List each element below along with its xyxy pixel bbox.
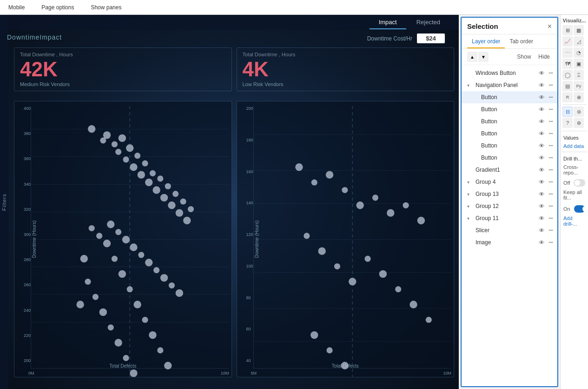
- more-options-icon[interactable]: ···: [548, 142, 554, 149]
- decomp-icon[interactable]: ⊛: [574, 118, 584, 128]
- visibility-icon[interactable]: 👁: [538, 179, 546, 186]
- visibility-icon[interactable]: 👁: [538, 106, 546, 113]
- right-scatter-plot: [253, 106, 452, 377]
- left-chart-y-labels: 400 380 360 340 320 300 280 260 240 220 …: [24, 106, 31, 363]
- more-options-icon[interactable]: ···: [548, 227, 554, 234]
- matrix-icon[interactable]: ▤: [562, 81, 573, 91]
- list-item[interactable]: ▾ Group 4 👁 ···: [462, 176, 557, 188]
- list-item[interactable]: ▾ Group 11 👁 ···: [462, 212, 557, 224]
- toolbar-mobile[interactable]: Mobile: [5, 2, 28, 13]
- table-icon[interactable]: ⊞: [562, 25, 573, 35]
- cost-input[interactable]: [417, 34, 445, 43]
- card-icon[interactable]: ▣: [574, 59, 584, 69]
- map-icon[interactable]: 🗺: [562, 59, 573, 69]
- more-options-icon[interactable]: ···: [548, 94, 554, 101]
- cross-report-toggle[interactable]: [574, 179, 585, 187]
- visibility-icon[interactable]: 👁: [538, 130, 546, 137]
- visibility-icon[interactable]: 👁: [538, 118, 546, 125]
- more-options-icon[interactable]: ···: [548, 130, 554, 137]
- line-chart-icon[interactable]: 📈: [562, 36, 573, 47]
- list-item[interactable]: ▾ Navigation Panel 👁 ···: [462, 79, 557, 91]
- selection-close-button[interactable]: ×: [548, 23, 552, 30]
- visibility-icon[interactable]: 👁: [538, 227, 546, 234]
- list-item[interactable]: Button 👁 ···: [462, 152, 557, 164]
- list-item[interactable]: Button 👁 ···: [462, 115, 557, 127]
- keep-all-toggle[interactable]: [574, 205, 585, 213]
- more-options-icon[interactable]: ···: [548, 106, 554, 113]
- more-options-icon[interactable]: ···: [548, 202, 554, 210]
- more-options-icon[interactable]: ···: [548, 239, 554, 246]
- visibility-icon[interactable]: 👁: [538, 154, 546, 161]
- tab-impact[interactable]: Impact: [370, 16, 406, 29]
- visibility-icon[interactable]: 👁: [538, 94, 546, 101]
- svg-point-34: [96, 233, 102, 239]
- hide-button[interactable]: Hide: [536, 53, 552, 61]
- svg-point-10: [138, 171, 145, 178]
- tab-rejected[interactable]: Rejected: [407, 16, 449, 29]
- svg-point-32: [169, 282, 175, 288]
- list-item[interactable]: Gradient1 👁 ···: [462, 164, 557, 176]
- qa-icon[interactable]: ?: [562, 118, 573, 128]
- list-item[interactable]: Image 👁 ···: [462, 236, 557, 248]
- filter-icon[interactable]: ⊜: [574, 107, 584, 117]
- pie-chart-icon[interactable]: ◔: [574, 47, 584, 58]
- visibility-icon[interactable]: 👁: [538, 215, 546, 222]
- visibility-icon[interactable]: 👁: [538, 191, 546, 198]
- more-options-icon[interactable]: ···: [548, 215, 554, 222]
- visibility-icon[interactable]: 👁: [538, 70, 546, 77]
- chevron-icon: ▾: [467, 83, 474, 88]
- svg-point-4: [119, 134, 126, 142]
- more-options-icon[interactable]: ···: [548, 69, 554, 77]
- add-drill-button[interactable]: Add drill-...: [561, 214, 588, 228]
- toolbar-page-options[interactable]: Page options: [38, 2, 78, 13]
- area-chart-icon[interactable]: ◿: [574, 36, 584, 47]
- kpi-left-value: 42K: [20, 59, 226, 80]
- show-button[interactable]: Show: [515, 53, 533, 61]
- right-chart-y-labels: 200 180 160 140 120 100 80 60 40: [246, 106, 253, 363]
- grid-icon[interactable]: ⊟: [562, 107, 573, 117]
- gauge-icon[interactable]: ◯: [562, 70, 573, 80]
- list-item[interactable]: Button 👁 ···: [462, 91, 557, 103]
- add-data-button[interactable]: Add data: [561, 142, 588, 150]
- list-item[interactable]: ▾ Group 12 👁 ···: [462, 200, 557, 212]
- visibility-icon[interactable]: 👁: [538, 203, 546, 210]
- move-up-button[interactable]: ▲: [467, 52, 477, 62]
- visibility-icon[interactable]: 👁: [538, 167, 546, 174]
- visibility-icon[interactable]: 👁: [538, 82, 546, 89]
- move-down-button[interactable]: ▼: [478, 52, 489, 62]
- visibility-icon[interactable]: 👁: [538, 142, 546, 149]
- list-item[interactable]: ▾ Group 13 👁 ···: [462, 188, 557, 200]
- more-options-icon[interactable]: ···: [548, 178, 554, 186]
- svg-point-40: [142, 317, 148, 323]
- more-options-icon[interactable]: ···: [548, 154, 554, 161]
- custom-icon[interactable]: ⊕: [574, 92, 584, 102]
- svg-point-11: [142, 160, 148, 166]
- cost-row: Downtime Cost/Hr: [367, 34, 445, 43]
- toolbar-show-panes[interactable]: Show panes: [87, 2, 125, 13]
- kpi-icon[interactable]: Ξ: [574, 70, 584, 80]
- bar-chart-icon[interactable]: ▦: [574, 25, 584, 35]
- python-icon[interactable]: Py: [574, 81, 584, 91]
- scatter-chart-icon[interactable]: ⋯: [562, 47, 573, 58]
- more-options-icon[interactable]: ···: [548, 190, 554, 198]
- list-item[interactable]: Button 👁 ···: [462, 103, 557, 115]
- tab-tab-order[interactable]: Tab order: [505, 34, 538, 48]
- svg-point-74: [311, 331, 318, 339]
- filter-tab[interactable]: Filters: [0, 15, 8, 389]
- svg-point-3: [112, 141, 118, 147]
- more-options-icon[interactable]: ···: [548, 166, 554, 174]
- more-options-icon[interactable]: ···: [548, 118, 554, 125]
- list-item[interactable]: Button 👁 ···: [462, 127, 557, 140]
- svg-point-58: [325, 171, 333, 178]
- r-icon[interactable]: R: [562, 92, 573, 102]
- list-item[interactable]: Slicer 👁 ···: [462, 224, 557, 236]
- list-item[interactable]: Button 👁 ···: [462, 140, 557, 152]
- visibility-icon[interactable]: 👁: [538, 239, 546, 246]
- more-options-icon[interactable]: ···: [548, 81, 554, 89]
- chevron-icon: ▾: [467, 180, 474, 185]
- list-item[interactable]: Windows Button 👁 ···: [462, 67, 557, 79]
- svg-point-75: [326, 347, 332, 353]
- divider: [562, 152, 587, 152]
- viz-divider: [562, 104, 586, 105]
- tab-layer-order[interactable]: Layer order: [467, 34, 505, 48]
